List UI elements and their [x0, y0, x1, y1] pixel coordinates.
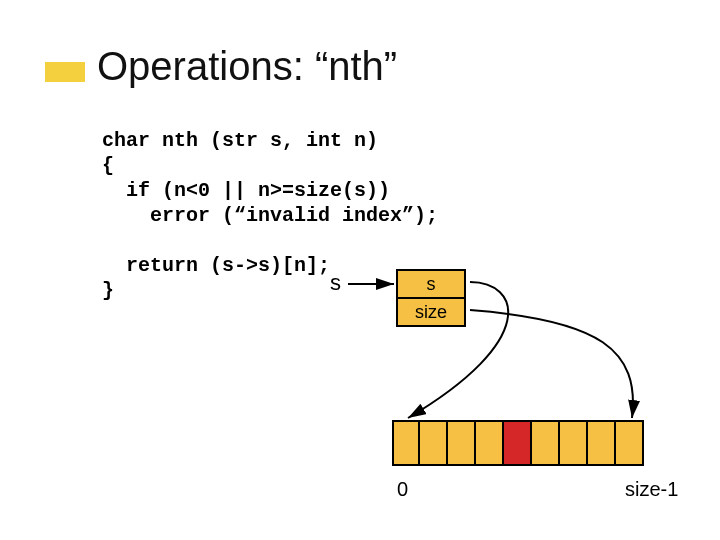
array-cell: [448, 420, 476, 466]
slide-title: Operations: “nth”: [97, 44, 397, 89]
struct-field-size: size: [396, 299, 466, 327]
array-cell: [616, 420, 644, 466]
code-line: char nth (str s, int n): [102, 129, 378, 152]
code-line: return (s->s)[n];: [102, 254, 330, 277]
array-index-end: size-1: [625, 478, 678, 501]
array-cell: [392, 420, 420, 466]
arrow-field-size-to-end: [470, 310, 633, 418]
array-cell: [588, 420, 616, 466]
array-index-start: 0: [397, 478, 408, 501]
code-line: }: [102, 279, 114, 302]
struct-box: s size: [396, 269, 466, 327]
array-cell-highlight: [504, 420, 532, 466]
pointer-variable-label: s: [330, 270, 341, 296]
slide: Operations: “nth” char nth (str s, int n…: [0, 0, 720, 540]
code-line: if (n<0 || n>=size(s)): [102, 179, 390, 202]
code-line: error (“invalid index”);: [102, 204, 438, 227]
struct-field-s: s: [396, 269, 466, 299]
array-cell: [532, 420, 560, 466]
code-listing: char nth (str s, int n) { if (n<0 || n>=…: [102, 128, 438, 303]
array-cells: [392, 420, 644, 466]
array-cell: [560, 420, 588, 466]
code-line: {: [102, 154, 114, 177]
array-cell: [476, 420, 504, 466]
title-bullet: [45, 62, 85, 82]
array-cell: [420, 420, 448, 466]
